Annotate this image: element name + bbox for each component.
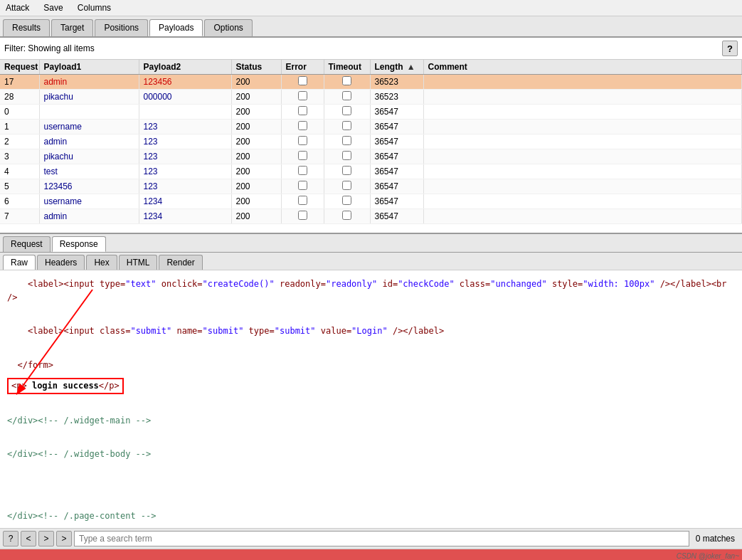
sub-tab-render[interactable]: Render xyxy=(159,255,202,270)
table-row[interactable]: 2admin12320036547 xyxy=(0,134,742,149)
highlight-box: <p> login success</p> xyxy=(7,378,124,394)
sub-tab-headers[interactable]: Headers xyxy=(37,255,85,270)
highlight-text: login success xyxy=(32,381,99,391)
table-row[interactable]: 7admin123420036547 xyxy=(0,209,742,224)
code-line-1: <label><input type="text" onclick="creat… xyxy=(7,275,735,307)
tab-positions[interactable]: Positions xyxy=(95,19,148,36)
code-line-4: </div> xyxy=(7,527,735,529)
table-row[interactable]: 512345612320036547 xyxy=(0,179,742,194)
code-line-blank-1 xyxy=(7,307,735,322)
menu-columns[interactable]: Columns xyxy=(75,1,114,14)
top-tab-bar: Results Target Positions Payloads Option… xyxy=(0,16,742,38)
col-header-comment[interactable]: Comment xyxy=(423,60,742,75)
code-line-blank-5 xyxy=(7,464,735,478)
table-row[interactable]: 4test12320036547 xyxy=(0,164,742,179)
progress-bar-container: CSDN @joker_fan~ xyxy=(0,549,742,560)
table-row[interactable]: 020036547 xyxy=(0,105,742,120)
results-table-container: Request Payload1 Payload2 Status Error T… xyxy=(0,60,742,234)
col-header-length[interactable]: Length ▲ xyxy=(370,60,423,75)
col-header-timeout[interactable]: Timeout xyxy=(324,60,370,75)
col-header-error[interactable]: Error xyxy=(281,60,324,75)
results-table: Request Payload1 Payload2 Status Error T… xyxy=(0,60,742,224)
table-header-row: Request Payload1 Payload2 Status Error T… xyxy=(0,60,742,75)
sub-tab-hex[interactable]: Hex xyxy=(86,255,117,270)
filter-bar: Filter: Showing all items ? xyxy=(0,38,742,60)
table-row[interactable]: 6username123420036547 xyxy=(0,194,742,209)
table-row[interactable]: 17admin12345620036523 xyxy=(0,75,742,90)
tab-response[interactable]: Response xyxy=(52,236,106,252)
sort-arrow-icon: ▲ xyxy=(407,62,415,72)
code-line-comment-3: </div><!-- /.page-content --> xyxy=(7,507,735,526)
tab-options[interactable]: Options xyxy=(204,19,252,36)
code-line-3: </form> xyxy=(7,356,735,375)
main-layout: Attack Save Columns Results Target Posit… xyxy=(0,0,742,560)
search-extra-button[interactable]: > xyxy=(56,531,72,546)
search-help-button[interactable]: ? xyxy=(3,531,18,546)
sub-tab-raw[interactable]: Raw xyxy=(3,255,36,270)
code-line-blank-3 xyxy=(7,397,735,411)
response-tab-row: Request Response xyxy=(0,234,742,253)
menu-attack[interactable]: Attack xyxy=(3,1,32,14)
tab-request[interactable]: Request xyxy=(3,236,51,252)
tab-target[interactable]: Target xyxy=(51,19,93,36)
search-input[interactable] xyxy=(74,531,689,546)
table-row[interactable]: 3pikachu12320036547 xyxy=(0,149,742,164)
sub-tab-bar: Raw Headers Hex HTML Render xyxy=(0,253,742,270)
code-scroll-area[interactable]: <label><input type="text" onclick="creat… xyxy=(0,270,742,528)
watermark-label: CSDN @joker_fan~ xyxy=(677,552,739,560)
col-header-payload2[interactable]: Payload2 xyxy=(139,60,231,75)
code-line-blank-7 xyxy=(7,492,735,507)
code-line-blank-6 xyxy=(7,478,735,492)
code-section: <label><input type="text" onclick="creat… xyxy=(0,270,742,528)
match-count: 0 matches xyxy=(691,534,739,544)
code-line-comment-2: </div><!-- /.widget-body --> xyxy=(7,445,735,464)
filter-text: Filter: Showing all items xyxy=(4,43,722,53)
col-header-status[interactable]: Status xyxy=(231,60,281,75)
menu-save[interactable]: Save xyxy=(41,1,65,14)
progress-bar-fill xyxy=(0,549,742,560)
tab-results[interactable]: Results xyxy=(3,19,50,36)
code-line-comment-1: </div><!-- /.widget-main --> xyxy=(7,411,735,430)
code-line-2: <label><input class="submit" name="submi… xyxy=(7,322,735,341)
code-line-blank-4 xyxy=(7,430,735,445)
code-line-highlight: <p> login success</p> xyxy=(7,375,735,397)
code-area: <label><input type="text" onclick="creat… xyxy=(0,270,742,528)
tab-payloads[interactable]: Payloads xyxy=(149,19,203,36)
search-prev-button[interactable]: < xyxy=(21,531,36,546)
bottom-search-bar: ? < > > 0 matches xyxy=(0,528,742,549)
code-line-blank-2 xyxy=(7,342,735,356)
table-row[interactable]: 28pikachu00000020036523 xyxy=(0,90,742,105)
search-next-button[interactable]: > xyxy=(38,531,54,546)
col-header-payload1[interactable]: Payload1 xyxy=(39,60,139,75)
table-row[interactable]: 1username12320036547 xyxy=(0,120,742,134)
sub-tab-html[interactable]: HTML xyxy=(119,255,158,270)
menu-bar: Attack Save Columns xyxy=(0,0,742,16)
col-header-request[interactable]: Request xyxy=(0,60,39,75)
filter-help-button[interactable]: ? xyxy=(722,41,738,56)
